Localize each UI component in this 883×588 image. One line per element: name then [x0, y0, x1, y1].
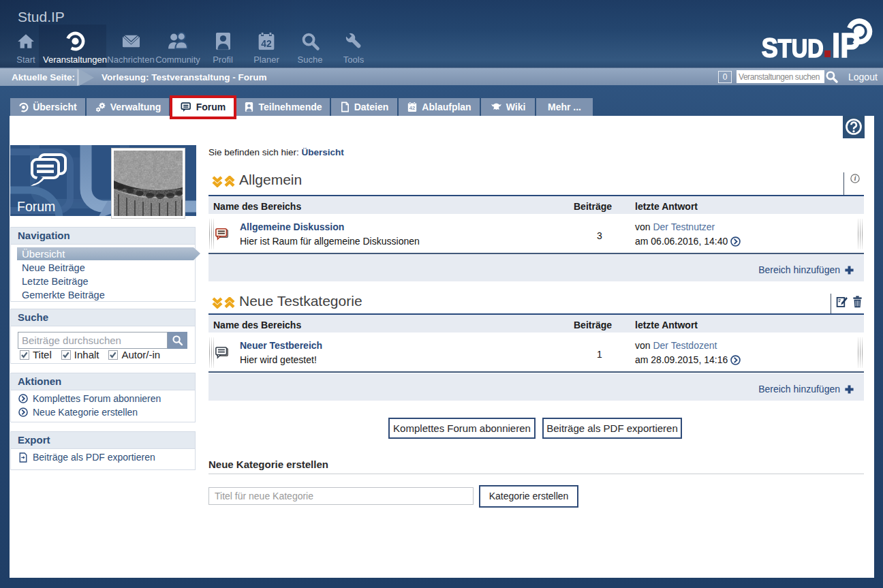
svg-text:i: i — [854, 174, 856, 182]
